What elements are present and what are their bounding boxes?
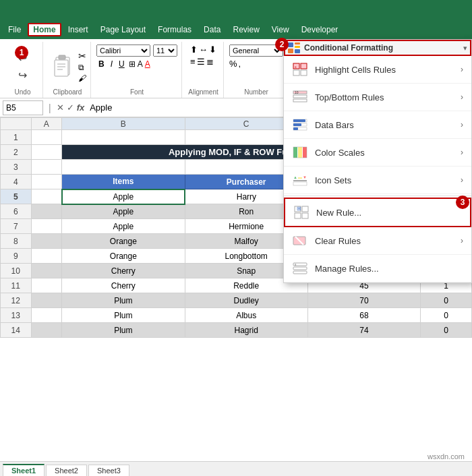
cell-a9[interactable] [31,249,62,264]
align-right-icon[interactable]: ≣ [206,57,214,67]
row-header-9[interactable]: 9 [1,249,32,264]
cell-b13[interactable]: Plum [62,308,185,323]
cell-a10[interactable] [31,264,62,278]
cell-b10[interactable]: Cherry [62,264,185,278]
cell-c13[interactable]: Albus [185,308,307,323]
row-header-12[interactable]: 12 [1,293,32,308]
row-header-7[interactable]: 7 [1,219,32,234]
cell-b14[interactable]: Plum [62,323,185,338]
cell-a11[interactable] [31,278,62,293]
cell-d14[interactable]: 74 [307,323,420,338]
color-scales-item[interactable]: Color Scales › [284,139,471,167]
manage-rules-item[interactable]: ≡ Manage Rules... [284,255,471,282]
font-size-select[interactable]: 11 [153,44,177,57]
highlight-cells-rules-item[interactable]: ≤ Highlight Cells Rules › [284,56,471,84]
cell-d13[interactable]: 68 [307,308,420,323]
top-bottom-label: Top/Bottom Rules [315,92,384,102]
icon-sets-item[interactable]: ▲ ▬ ▼ Icon Sets › [284,167,471,194]
cell-d12[interactable]: 70 [307,293,420,308]
row-header-14[interactable]: 14 [1,323,32,338]
cell-b7[interactable]: Apple [62,219,185,234]
fill-color-icon[interactable]: A [138,59,143,69]
cell-a2[interactable] [31,145,62,160]
redo-button[interactable]: ↪ [16,67,30,83]
cell-c12[interactable]: Dudley [185,293,307,308]
col-header-a[interactable]: A [31,118,62,130]
paste-button[interactable] [49,53,76,80]
align-center-icon[interactable]: ☰ [197,57,205,67]
cell-b12[interactable]: Plum [62,293,185,308]
font-color-icon[interactable]: A [145,59,150,69]
cell-b1[interactable] [62,130,185,145]
menu-formulas[interactable]: Formulas [152,23,197,36]
row-header-8[interactable]: 8 [1,234,32,249]
cell-e12[interactable]: 0 [420,293,471,308]
cell-a3[interactable] [31,160,62,175]
bold-button[interactable]: B [96,59,107,69]
border-icon[interactable]: ⊞ [129,59,136,69]
sheet-tab-1[interactable]: Sheet1 [3,464,45,476]
cell-b3[interactable] [62,160,185,175]
cell-b8[interactable]: Orange [62,234,185,249]
cf-dropdown-header[interactable]: Conditional Formatting ▾ [284,40,471,56]
cell-a1[interactable] [31,130,62,145]
cell-a12[interactable] [31,293,62,308]
italic-button[interactable]: I [109,59,115,69]
confirm-formula-icon[interactable]: ✓ [67,102,74,113]
cancel-formula-icon[interactable]: ✕ [57,102,64,113]
cell-a13[interactable] [31,308,62,323]
cell-e13[interactable]: 0 [420,308,471,323]
cell-a8[interactable] [31,234,62,249]
cell-b5[interactable]: Apple [62,189,185,204]
row-header-2[interactable]: 2 [1,145,32,160]
cell-b6[interactable]: Apple [62,204,185,219]
new-rule-item[interactable]: ⊞ New Rule... [284,198,471,227]
underline-button[interactable]: U [117,59,127,69]
menu-home[interactable]: Home [28,23,61,36]
cut-icon[interactable]: ✂ [78,51,86,61]
cell-a7[interactable] [31,219,62,234]
row-header-1[interactable]: 1 [1,130,32,145]
clear-rules-item[interactable]: Clear Rules › [284,227,471,255]
row-header-5[interactable]: 5 [1,189,32,204]
align-top-icon[interactable]: ⬆ [190,44,198,55]
cell-a5[interactable] [31,189,62,204]
name-box[interactable]: B5 [3,100,43,115]
comma-icon[interactable]: , [239,59,241,69]
row-header-11[interactable]: 11 [1,278,32,293]
menu-view[interactable]: View [266,23,295,36]
cell-a6[interactable] [31,204,62,219]
row-header-13[interactable]: 13 [1,308,32,323]
sheet-tab-3[interactable]: Sheet3 [88,465,129,476]
menu-data[interactable]: Data [198,23,226,36]
menu-review[interactable]: Review [227,23,264,36]
format-painter-icon[interactable]: 🖌 [78,73,86,83]
align-middle-icon[interactable]: ↔ [199,44,208,55]
col-header-b[interactable]: B [62,118,185,130]
font-family-select[interactable]: Calibri [96,44,150,57]
data-bars-item[interactable]: Data Bars › [284,111,471,139]
menu-file[interactable]: File [3,23,26,36]
sheet-tab-2[interactable]: Sheet2 [46,465,87,476]
top-bottom-rules-item[interactable]: 10 Top/Bottom Rules › [284,84,471,111]
menu-developer[interactable]: Developer [296,23,344,36]
row-header-4[interactable]: 4 [1,175,32,189]
row-header-3[interactable]: 3 [1,160,32,175]
cell-b9[interactable]: Orange [62,249,185,264]
copy-icon[interactable]: ⧉ [78,63,84,72]
row-header-6[interactable]: 6 [1,204,32,219]
row-13: 13 Plum Albus 68 0 [1,308,472,323]
cell-e14[interactable]: 0 [420,323,471,338]
menu-insert[interactable]: Insert [63,23,94,36]
percent-icon[interactable]: % [229,59,237,69]
align-bottom-icon[interactable]: ⬇ [209,44,216,55]
cell-a4[interactable] [31,175,62,189]
row-header-10[interactable]: 10 [1,264,32,278]
cell-c14[interactable]: Hagrid [185,323,307,338]
cell-b11[interactable]: Cherry [62,278,185,293]
cell-a14[interactable] [31,323,62,338]
menu-page-layout[interactable]: Page Layout [95,23,151,36]
cell-b4-items[interactable]: Items [62,175,185,189]
align-left-icon[interactable]: ≡ [190,57,196,67]
sheet-tabs: Sheet1 Sheet2 Sheet3 [0,461,472,476]
